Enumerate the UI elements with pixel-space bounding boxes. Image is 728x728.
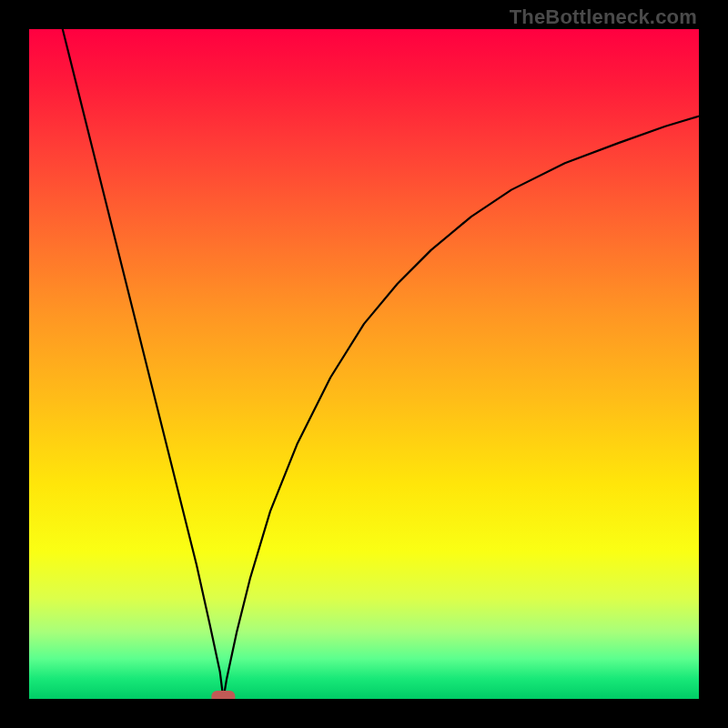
plot-area bbox=[29, 29, 699, 699]
minimum-marker bbox=[211, 691, 235, 699]
curve-layer bbox=[29, 29, 699, 699]
chart-frame: TheBottleneck.com bbox=[0, 0, 728, 728]
bottleneck-curve bbox=[63, 29, 699, 699]
watermark-text: TheBottleneck.com bbox=[510, 5, 697, 29]
